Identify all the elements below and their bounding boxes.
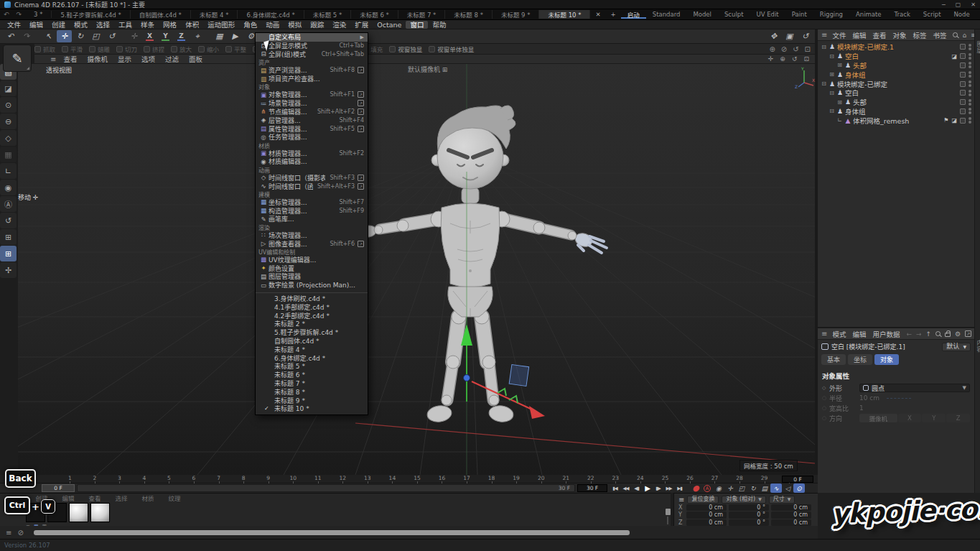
timeline-tick[interactable]: 7 [206, 475, 231, 483]
menu-item[interactable]: ✓ ▷ 图像查看器... Shift+F6 ↗ ▶ [256, 239, 368, 248]
size-mode-dropdown[interactable]: 尺寸▼ [769, 496, 795, 504]
menu-item[interactable]: ✓ 未标题 5 * ↗ ▶ [256, 362, 368, 371]
visibility-dots[interactable] [969, 99, 971, 106]
material-thumbnail[interactable] [69, 503, 88, 522]
menubar-item[interactable]: 文件 [3, 21, 25, 29]
timeline-tick[interactable]: 9 [256, 475, 281, 483]
open-in-window-icon[interactable]: ↗ [358, 175, 364, 181]
timeline-tick[interactable]: 3 [107, 475, 132, 483]
viewport-rotate-icon[interactable]: ↺ [793, 45, 798, 53]
tool-strip-item[interactable]: 平滑 [62, 45, 83, 53]
pen-tool-button[interactable]: ✎ [3, 45, 32, 72]
content-tab[interactable]: 内容 [975, 340, 980, 353]
menu-item[interactable]: ✓ ∷ 场次管理器... ↗ ▶ [256, 231, 368, 239]
menu-item[interactable]: ✓ 未标题 8 * ↗ ▶ [256, 387, 368, 396]
menu-item[interactable]: ✓ ▦ 构造管理器... Shift+F9 ↗ ▶ [256, 206, 368, 215]
visibility-dots[interactable] [969, 44, 971, 50]
tag-icon[interactable]: ◪ [951, 53, 957, 60]
forward-arrow-icon[interactable]: → [916, 330, 922, 338]
menu-item[interactable]: ✓ ⊡ 全屏显示模式 Ctrl+Tab ↗ ▶ [256, 42, 368, 50]
document-tab[interactable]: 未标题 7 * [398, 10, 446, 19]
object-tree-row[interactable]: ⊟ ♟ 模块绑定-已绑定 ⚑ ◪ [818, 79, 974, 88]
enable-toggle[interactable] [960, 62, 966, 68]
back-arrow-icon[interactable]: ← [906, 330, 912, 338]
timeline-tick[interactable]: 8 [231, 475, 256, 483]
viewport-pan-icon[interactable]: ✛ [768, 55, 774, 62]
menubar-item[interactable]: 渲染 [328, 21, 350, 29]
timeline-tick[interactable]: 21 [554, 475, 579, 483]
rotation-field[interactable]: 0 ° [729, 519, 769, 527]
menu-item[interactable]: ✓ 4.1手部绑定.c4d * ↗ ▶ [256, 302, 368, 311]
timeline-tick[interactable]: 12 [330, 475, 355, 483]
texture-mode-icon[interactable]: ◪ [0, 80, 17, 96]
expander-icon[interactable]: ⊟ [820, 80, 828, 87]
menu-item[interactable]: ✓ 6.身体绑定.c4d * ↗ ▶ [256, 353, 368, 362]
record-position-icon[interactable]: ✛ [724, 483, 736, 493]
previous-frame-button[interactable]: ◀▮ [631, 483, 642, 493]
timeline-tick[interactable]: 20 [528, 475, 554, 483]
viewport-rotate-icon[interactable]: ↺ [792, 55, 798, 62]
tag-icon[interactable]: ⚑ [943, 117, 948, 124]
axis-mode-icon[interactable]: ∟ [0, 163, 17, 179]
lock-z-axis[interactable]: Z [174, 30, 189, 42]
hamburger-icon[interactable]: ≡ [821, 330, 827, 338]
timeline-tick[interactable]: 11 [305, 475, 330, 483]
viewport-pan-icon[interactable]: ⊕ [769, 45, 775, 53]
go-to-start-button[interactable]: ▮◀ [610, 483, 620, 493]
snap-icon[interactable]: ⊞ [0, 229, 17, 245]
toolbar-button[interactable] [34, 30, 40, 42]
layer-tab[interactable]: 图层 [975, 41, 980, 54]
add-tab-button[interactable]: + [606, 9, 621, 19]
timeline-tick[interactable]: 28 [727, 475, 752, 483]
coordinate-mode-dropdown[interactable]: 对象 (相对)▼ [722, 496, 765, 504]
menubar-item[interactable]: 体积 [181, 21, 203, 29]
menu-item[interactable]: ✓ ▦ 坐标管理器... Shift+F7 ↗ ▶ [256, 198, 368, 206]
enable-toggle[interactable] [960, 90, 966, 96]
menu-item[interactable]: ✓ ◇ 时间线窗口（摄影表）... Shift+F3 ↗ ▶ [256, 173, 368, 182]
menubar-item[interactable]: 角色 [239, 21, 261, 29]
enable-toggle[interactable] [960, 44, 966, 50]
edges-mode-icon[interactable]: ⊖ [0, 114, 17, 129]
timeline-tick[interactable]: 25 [653, 475, 678, 483]
timeline-tick[interactable]: 15 [405, 475, 430, 483]
undo-icon[interactable]: ↶ [0, 9, 13, 19]
menu-item[interactable]: ✓ ⊟ 全屏(组)模式 Ctrl+Shift+Tab ↗ ▶ [256, 50, 368, 59]
rotation-field[interactable]: 0 ° [729, 511, 769, 519]
layout-tab[interactable]: 启动 [621, 10, 646, 19]
enable-toggle[interactable] [960, 53, 966, 59]
expander-icon[interactable]: ⊞ [836, 62, 844, 68]
go-to-end-button[interactable]: ▶▮ [674, 483, 685, 493]
record-keyframe-button[interactable]: ● [690, 483, 701, 493]
sound-toggle-icon[interactable]: ◁ [782, 483, 793, 493]
tool-strip-item[interactable]: 放大 [171, 45, 192, 53]
viewport-switch-icon[interactable]: ⊡ [803, 55, 809, 62]
layout-tab[interactable]: Standard [646, 11, 687, 18]
menu-item[interactable]: ✓ ≔ 场景管理器... ↗ ▶ [256, 99, 368, 108]
open-in-window-icon[interactable]: ↗ [358, 241, 364, 247]
menu-item[interactable]: ✓ 未标题 6 * ↗ ▶ [256, 371, 368, 379]
panel-menu-item[interactable]: 编辑 [62, 494, 74, 502]
menubar-item[interactable]: 动画 [261, 21, 284, 29]
orientation-option[interactable]: 摄像机 [859, 414, 897, 422]
menu-item[interactable]: ✓ ▥ 项目资产检查器... ↗ ▶ [256, 75, 368, 83]
next-frame-button[interactable]: ▮▶ [653, 483, 663, 493]
viewport-menu-item[interactable]: 过滤 [165, 54, 179, 64]
tool-strip-item[interactable]: 平整 [225, 45, 246, 53]
timeline-tick[interactable]: 24 [628, 475, 653, 483]
expander-icon[interactable]: ⊟ [828, 108, 836, 114]
lock-y-axis[interactable]: Y [158, 30, 173, 42]
timeline-tick[interactable]: 22 [578, 475, 603, 483]
document-tab[interactable]: 未标题 4 * [191, 10, 238, 19]
timeline-tick[interactable]: 10 [281, 475, 306, 483]
viewport-hamburger-icon[interactable]: ≡ [50, 55, 56, 63]
enable-toggle[interactable] [960, 99, 966, 105]
visibility-dots[interactable] [969, 117, 971, 124]
hamburger-icon[interactable]: ≡ [678, 496, 684, 504]
section-title[interactable]: 对象属性 [818, 367, 974, 383]
open-in-window-icon[interactable]: ↗ [358, 100, 364, 106]
visibility-dots[interactable] [969, 90, 971, 96]
document-tab[interactable]: 未标题 5 * [304, 10, 352, 19]
panel-menu-item[interactable]: 书签 [933, 30, 946, 40]
expander-icon[interactable]: ⊞ [828, 71, 836, 78]
menu-item[interactable]: ✓ ▣ 材质管理器... Shift+F2 ↗ ▶ [256, 149, 368, 157]
